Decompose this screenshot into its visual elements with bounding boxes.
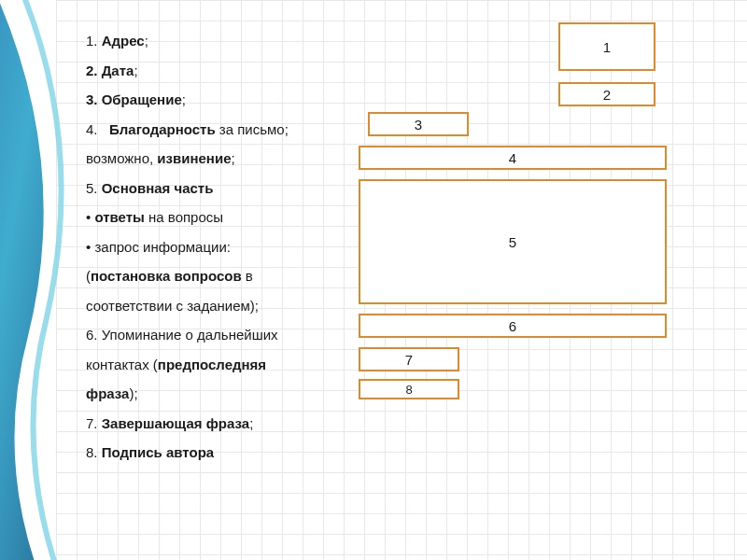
letter-structure-list: 1. Адрес; 2. Дата; 3. Обращение; 4. Благ… — [86, 26, 366, 468]
item-8: 8. Подпись автора — [86, 438, 366, 468]
item-5-bullet2: • запрос информации: — [86, 232, 366, 262]
diagram-box-4: 4 — [359, 146, 667, 170]
item-5-bullet1: • ответы на вопросы — [86, 203, 366, 232]
diagram-box-8: 8 — [359, 379, 459, 399]
diagram-box-5: 5 — [359, 179, 667, 304]
diagram-box-6: 6 — [359, 314, 667, 338]
item-4: 4. Благодарность за письмо; — [86, 115, 366, 145]
item-2: 2. Дата; — [86, 56, 366, 86]
item-4-line2: возможно, извинение; — [86, 144, 366, 174]
diagram-box-3: 3 — [368, 112, 469, 136]
item-5: 5. Основная часть — [86, 174, 366, 203]
item-6: 6. Упоминание о дальнейших — [86, 320, 366, 350]
diagram-box-7: 7 — [359, 347, 459, 371]
item-6-line3: фраза); — [86, 379, 366, 409]
diagram-box-1: 1 — [558, 22, 655, 71]
item-5-paren2: соответствии с заданием); — [86, 291, 366, 321]
item-7: 7. Завершающая фраза; — [86, 409, 366, 439]
item-6-line2: контактах (предпоследняя — [86, 350, 366, 380]
item-1: 1. Адрес; — [86, 26, 366, 56]
diagram-box-2: 2 — [558, 82, 655, 106]
item-5-paren1: (постановка вопросов в — [86, 261, 366, 291]
item-3: 3. Обращение; — [86, 85, 366, 115]
